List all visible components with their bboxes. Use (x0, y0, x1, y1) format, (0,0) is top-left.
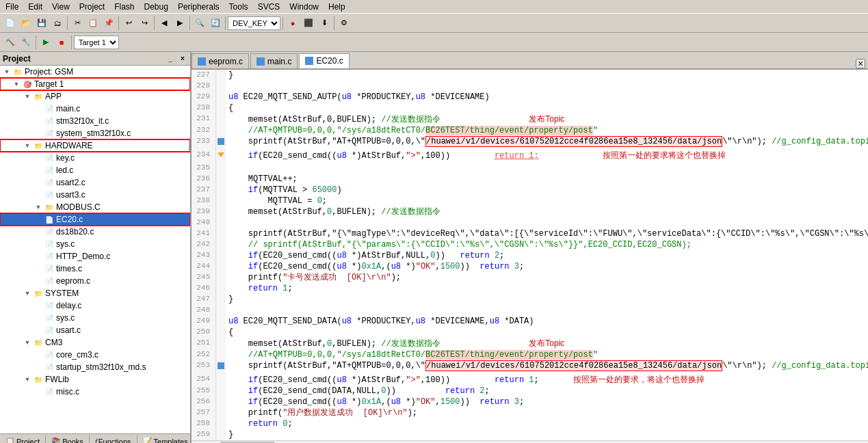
tree-target1[interactable]: ▼ 🎯 Target 1 (0, 78, 190, 90)
tree-file-modbus[interactable]: ▼ 📁 MODBUS.C (0, 201, 190, 213)
replace-btn[interactable]: 🔄 (208, 16, 223, 31)
tree-file-keyc[interactable]: 📄 key.c (0, 152, 190, 164)
times-file-icon: 📄 (44, 264, 55, 273)
line-code-255: if(EC20_send_cmd(DATA,NULL,0)) return 2; (226, 386, 868, 397)
menu-help[interactable]: Help (324, 1, 350, 13)
undo-btn[interactable]: ↩ (121, 16, 136, 31)
target1-expand-icon: ▼ (11, 79, 22, 90)
tab-mainc[interactable]: main.c (250, 53, 298, 68)
templates-tab[interactable]: 📝 Templates (137, 435, 194, 443)
line-ind-252 (216, 349, 226, 360)
tree-file-http[interactable]: 📄 HTTP_Demo.c (0, 250, 190, 263)
code-area[interactable]: 227 } 228 229 u8 EC20_MQTT_SEND_AUTP(u8 … (192, 70, 868, 443)
menu-file[interactable]: File (1, 1, 23, 13)
line-num-257: 257 (192, 407, 216, 418)
menu-tools[interactable]: Tools (225, 1, 252, 13)
project-tab[interactable]: 📋 Project (0, 435, 46, 443)
tree-file-times[interactable]: 📄 times.c (0, 263, 190, 275)
tree-group-hardware[interactable]: ▼ 📁 HARDWARE (0, 139, 190, 152)
debug-start-btn[interactable]: ▶ (38, 35, 53, 50)
dev-key-select[interactable]: DEV_KEY (228, 16, 280, 30)
tree-hw-label: HARDWARE (45, 141, 93, 150)
line-ind-250 (216, 327, 226, 338)
tree-file-usart3[interactable]: 📄 usart3.c (0, 189, 190, 201)
build-all-btn[interactable]: 🔧 (18, 35, 34, 50)
tree-group-fwlib[interactable]: ▼ 📁 FWLib (0, 373, 190, 386)
line-num-229: 229 (192, 92, 216, 103)
horizontal-scrollbar[interactable] (192, 440, 868, 443)
line-code-244: if(EC20_send_cmd((u8 *)0x1A,(u8 *)"OK",1… (226, 261, 868, 272)
menu-project[interactable]: Project (75, 1, 109, 13)
debug-stop-btn[interactable]: ■ (54, 35, 69, 50)
tab-eepromc[interactable]: eeprom.c (192, 53, 249, 68)
code-line-246: 246 return 1; (192, 283, 868, 294)
tree-file-misc[interactable]: 📄 misc.c (0, 386, 190, 398)
tree-file-sysc[interactable]: 📄 sys.c (0, 238, 190, 250)
panel-close-btn[interactable]: × (178, 54, 187, 64)
tree-group-cm3[interactable]: ▼ 📁 CM3 (0, 336, 190, 349)
find-btn[interactable]: 🔍 (192, 16, 207, 31)
save-all-btn[interactable]: 🗂 (50, 16, 65, 31)
tree-group-app[interactable]: ▼ 📁 APP (0, 90, 190, 103)
menu-svcs[interactable]: SVCS (254, 1, 285, 13)
tree-root[interactable]: ▼ 📁 Project: GSM (0, 66, 190, 78)
cut-btn[interactable]: ✂ (70, 16, 85, 31)
back-btn[interactable]: ◀ (157, 16, 172, 31)
target-select[interactable]: Target 1 (74, 36, 119, 49)
ledc-expand-icon (33, 165, 44, 176)
line-ind-258 (216, 418, 226, 429)
menu-peripherals[interactable]: Peripherals (174, 1, 224, 13)
misc-file-icon: 📄 (44, 387, 55, 397)
open-btn[interactable]: 📂 (18, 16, 34, 31)
menu-debug[interactable]: Debug (140, 1, 172, 13)
menu-window[interactable]: Window (285, 1, 323, 13)
fwd-btn[interactable]: ▶ (172, 16, 187, 31)
stop-btn[interactable]: ⬛ (301, 16, 316, 31)
download-btn[interactable]: ⬇ (317, 16, 332, 31)
tree-file-core-cm3[interactable]: 📄 core_cm3.c (0, 349, 190, 361)
tree-file-system-stm32[interactable]: 📄 system_stm32f10x.c (0, 127, 190, 139)
project-panel: Project _ × ▼ 📁 Project: GSM ▼ 🎯 Target … (0, 52, 192, 443)
functions-tab[interactable]: 𝑓 Functions (90, 435, 137, 443)
build-btn[interactable]: ● (285, 16, 300, 31)
tree-root-label: Project: GSM (25, 67, 73, 77)
new-btn[interactable]: 📄 (3, 16, 18, 31)
line-num-249: 249 (192, 316, 216, 327)
line-num-254: 254 (192, 374, 216, 386)
tree-file-mainc[interactable]: 📄 main.c (0, 103, 190, 115)
sysc-expand-icon (33, 239, 44, 250)
line-code-256: if(EC20_send_cmd((u8 *)0x1A,(u8 *)"OK",1… (226, 397, 868, 407)
tree-file-ec20[interactable]: 📄 EC20.c (0, 213, 190, 226)
redo-btn[interactable]: ↪ (137, 16, 152, 31)
sep8 (36, 36, 36, 49)
tree-file-delay[interactable]: 📄 delay.c (0, 299, 190, 312)
tree-file-ds18b20[interactable]: 📄 ds18b20.c (0, 226, 190, 238)
compile-btn[interactable]: 🔨 (3, 35, 18, 50)
tree-file-eepromc[interactable]: 📄 eeprom.c (0, 275, 190, 287)
tree-file-sys2c[interactable]: 📄 sys.c (0, 312, 190, 324)
tree-file-stm32[interactable]: 📄 stm32f10x_it.c (0, 115, 190, 127)
menu-edit[interactable]: Edit (24, 1, 47, 13)
tree-group-system[interactable]: ▼ 📁 SYSTEM (0, 287, 190, 299)
line-num-246: 246 (192, 283, 216, 294)
tree-file-startup[interactable]: 📄 startup_stm32f10x_md.s (0, 361, 190, 373)
books-tab[interactable]: 📚 Books (46, 435, 90, 443)
line-code-247: } (226, 294, 868, 305)
code-line-256: 256 if(EC20_send_cmd((u8 *)0x1A,(u8 *)"O… (192, 397, 868, 407)
editor-close-btn[interactable]: × (856, 59, 865, 68)
tree-mainc-label: main.c (56, 104, 80, 113)
menu-view[interactable]: View (48, 1, 74, 13)
paste-btn[interactable]: 📌 (101, 16, 116, 31)
save-btn[interactable]: 💾 (34, 16, 49, 31)
tree-file-usart2[interactable]: 📄 usart2.c (0, 176, 190, 189)
panel-minimize-btn[interactable]: _ (166, 54, 175, 64)
code-line-240: 240 (192, 217, 868, 228)
tab-ec20c[interactable]: EC20.c (299, 53, 349, 68)
tree-file-ledc[interactable]: 📄 led.c (0, 164, 190, 176)
menu-flash[interactable]: Flash (110, 1, 138, 13)
copy-btn[interactable]: 📋 (86, 16, 101, 31)
tree-file-usartc[interactable]: 📄 usart.c (0, 324, 190, 336)
line-code-231: memset(AtStrBuf,0,BUFLEN); //发送数据指令 发布To… (226, 113, 868, 125)
settings-btn[interactable]: ⚙ (337, 16, 352, 31)
project-tree: ▼ 📁 Project: GSM ▼ 🎯 Target 1 ▼ 📁 APP 📄 … (0, 66, 190, 433)
